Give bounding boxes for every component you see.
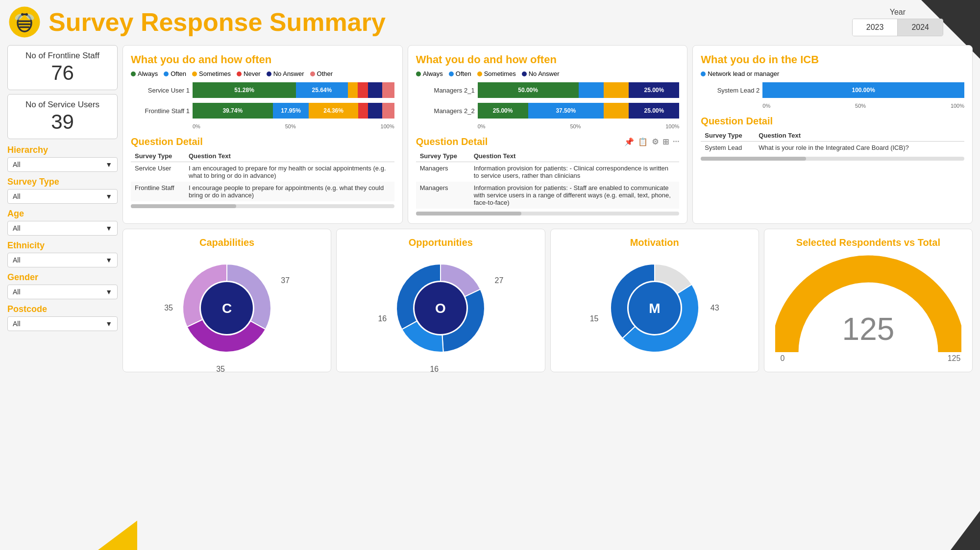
filter-group-survey_type: Survey TypeAll▼ (7, 177, 118, 204)
bar-segment (358, 82, 368, 98)
bar-segment (382, 103, 394, 119)
legend-label: Sometimes (199, 70, 231, 77)
bar-track: 39.74%17.95%24.36% (193, 103, 394, 119)
bar-segment: 37.50% (528, 103, 604, 119)
legend-dot (477, 72, 482, 76)
opportunities-card: Opportunities O 162716 (336, 229, 545, 372)
svg-rect-3 (19, 21, 31, 23)
table-header: Question Text (755, 130, 964, 142)
chart-card-2-bars: Managers 2_150.00%25.00%Managers 2_225.0… (416, 82, 680, 129)
filter-icon[interactable]: ⚙ (652, 137, 659, 146)
table-row: Service UserI am encouraged to prepare f… (131, 162, 394, 182)
year-2024-btn[interactable]: 2024 (898, 19, 943, 36)
legend-label: Always (423, 70, 443, 77)
gauge-max-label: 125 (948, 354, 961, 362)
filter-label-ethnicity: Ethnicity (7, 240, 118, 251)
filter-value-hierarchy: All (13, 161, 21, 168)
bar-segment: 50.00% (478, 82, 579, 98)
legend-label: Often (171, 70, 186, 77)
axis-label: 50% (570, 123, 581, 129)
bar-row: Service User 151.28%25.64% (131, 82, 394, 98)
filter-select-age[interactable]: All▼ (7, 221, 118, 236)
scrollbar-track[interactable] (131, 204, 394, 208)
filter-select-postcode[interactable]: All▼ (7, 316, 118, 331)
expand-icon[interactable]: ⊞ (662, 137, 669, 146)
bar-segment: 39.74% (193, 103, 273, 119)
legend-item: No Answer (267, 70, 304, 77)
axis-label: 50% (285, 123, 296, 129)
bar-segment (604, 82, 629, 98)
gauge-value-text: 125 (842, 311, 894, 347)
bar-row-label: Managers 2_1 (416, 87, 475, 94)
svg-rect-5 (20, 26, 30, 28)
svg-point-8 (21, 13, 24, 16)
bar-row: Managers 2_225.00%37.50%25.00% (416, 103, 680, 119)
filter-value-survey_type: All (13, 192, 21, 200)
scrollbar-track[interactable] (701, 157, 964, 161)
table-row: ManagersInformation provision for patien… (416, 182, 680, 209)
svg-text:O: O (435, 301, 446, 316)
legend-dot (131, 72, 136, 76)
filter-select-hierarchy[interactable]: All▼ (7, 157, 118, 172)
axis-label: 100% (381, 123, 394, 129)
legend-item: Network lead or manager (701, 70, 779, 77)
table-header: Question Text (470, 150, 680, 162)
capabilities-title: Capabilities (199, 237, 254, 248)
filter-group-age: AgeAll▼ (7, 209, 118, 236)
filter-group-ethnicity: EthnicityAll▼ (7, 240, 118, 267)
more-icon[interactable]: ··· (673, 137, 679, 146)
capabilities-card: Capabilities C 353735 (122, 229, 331, 372)
bottom-row: Capabilities C 353735Opportunities O 162… (122, 229, 973, 372)
legend-label: Never (244, 70, 261, 77)
legend-dot (522, 72, 527, 76)
year-selector: Year 2023 2024 (852, 8, 943, 36)
scrollbar-thumb (131, 204, 236, 208)
legend-item: Always (131, 70, 158, 77)
frontline-staff-value: 76 (15, 61, 110, 85)
filter-select-ethnicity[interactable]: All▼ (7, 253, 118, 267)
motivation-donut: M (601, 254, 709, 362)
top-charts-row: What you do and how oftenAlwaysOftenSome… (122, 45, 973, 224)
scrollbar-thumb (701, 157, 806, 161)
table-header: Survey Type (416, 150, 470, 162)
filter-label-survey_type: Survey Type (7, 177, 118, 187)
legend-label: No Answer (273, 70, 304, 77)
frontline-staff-box: No of Frontline Staff 76 (7, 45, 118, 90)
legend-label: No Answer (529, 70, 560, 77)
mot-label-right: 43 (710, 304, 719, 312)
legend-dot (192, 72, 197, 76)
table-header: Survey Type (131, 150, 185, 162)
legend-dot (416, 72, 421, 76)
scrollbar-track[interactable] (416, 212, 680, 215)
legend-dot (164, 72, 169, 76)
gauge-svg: 1250125 (775, 254, 961, 362)
chart-card-1-qd-table: Survey TypeQuestion TextService UserI am… (131, 150, 394, 201)
pin-icon[interactable]: 📌 (624, 137, 634, 146)
chart-card-1: What you do and how oftenAlwaysOftenSome… (122, 45, 403, 224)
year-2023-btn[interactable]: 2023 (853, 19, 898, 36)
table-row: System LeadWhat is your role in the Inte… (701, 142, 964, 154)
sidebar: No of Frontline Staff 76 No of Service U… (7, 45, 118, 372)
bar-segment: 25.64% (296, 82, 348, 98)
corner-decoration-br (98, 521, 137, 550)
opp-label-top: 27 (495, 276, 504, 285)
bar-row-label: System Lead 2 (701, 87, 760, 94)
svg-text:C: C (222, 301, 232, 316)
bar-row-label: Managers 2_2 (416, 107, 475, 115)
legend-item: Sometimes (192, 70, 231, 77)
legend-label: Often (456, 70, 471, 77)
legend-dot (310, 72, 315, 76)
chart-card-1-qd-title: Question Detail (131, 136, 394, 147)
copy-icon[interactable]: 📋 (638, 137, 648, 146)
table-cell-type: Managers (416, 182, 470, 209)
chevron-down-icon: ▼ (105, 256, 112, 264)
bar-segment (368, 82, 382, 98)
table-cell-text: Information provision for patients: - St… (470, 182, 680, 209)
axis-label: 0% (478, 123, 486, 129)
filter-select-gender[interactable]: All▼ (7, 285, 118, 299)
cap-label-left: 35 (164, 304, 173, 312)
filter-select-survey_type[interactable]: All▼ (7, 189, 118, 204)
chevron-down-icon: ▼ (105, 192, 112, 200)
bar-track: 100.00% (762, 82, 964, 98)
legend-dot (701, 72, 706, 76)
